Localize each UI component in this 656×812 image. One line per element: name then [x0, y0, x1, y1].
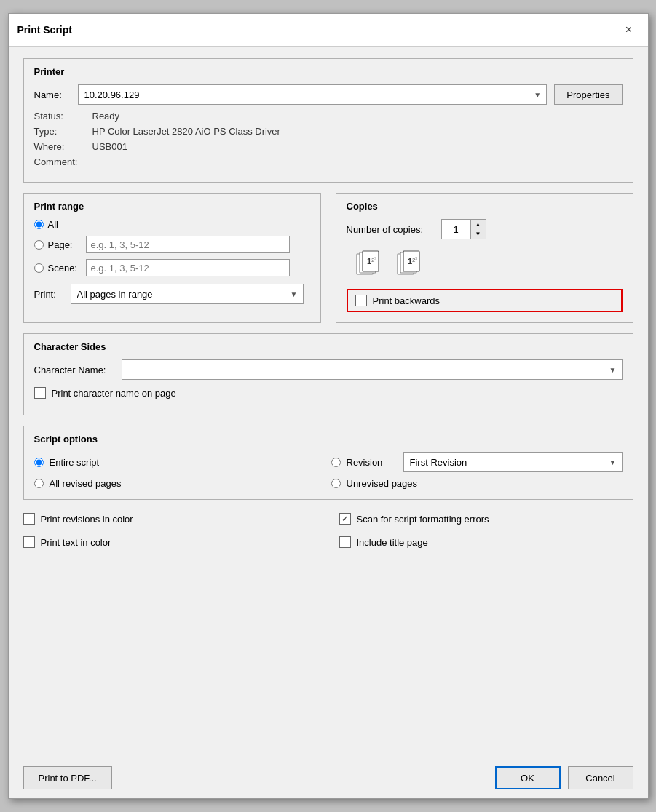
printer-name-dropdown-container: 10.20.96.129 ▼ [78, 84, 548, 105]
footer-left: Print to PDF... [23, 766, 112, 789]
print-text-color-checkbox[interactable] [23, 536, 35, 548]
dialog-body: Printer Name: 10.20.96.129 ▼ Properties … [9, 47, 648, 757]
print-to-pdf-button[interactable]: Print to PDF... [23, 766, 112, 789]
copies-input[interactable] [442, 220, 471, 239]
printer-type-row: Type: HP Color LaserJet 2820 AiO PS Clas… [34, 126, 623, 137]
print-backwards-box[interactable]: Print backwards [347, 289, 623, 312]
character-sides-section: Character Sides Character Name: ▼ Print … [23, 333, 633, 415]
cancel-button[interactable]: Cancel [568, 766, 633, 789]
copies-section-title: Copies [347, 201, 623, 212]
all-revised-radio[interactable] [34, 479, 44, 488]
printer-where-row: Where: USB001 [34, 141, 623, 152]
char-name-label: Character Name: [34, 365, 122, 375]
print-revisions-color-label: Print revisions in color [41, 514, 133, 525]
properties-button[interactable]: Properties [554, 84, 622, 105]
status-value: Ready [92, 111, 120, 122]
comment-label: Comment: [34, 156, 92, 167]
script-options-section: Script options Entire script Revision Fi… [23, 426, 633, 500]
where-label: Where: [34, 141, 92, 152]
revision-row: Revision First Revision Second Revision … [331, 452, 623, 472]
print-char-name-checkbox[interactable] [34, 387, 46, 399]
scene-radio-label[interactable]: Scene: [48, 263, 86, 274]
printer-name-label: Name: [34, 89, 78, 100]
char-name-dropdown-container: ▼ [122, 359, 623, 380]
print-range-section: Print range All Page: Scene: Print: [23, 193, 321, 323]
dialog-footer: Print to PDF... OK Cancel [9, 757, 648, 798]
print-dropdown-row: Print: All pages in range Odd pages Even… [34, 284, 310, 304]
print-range-copies-row: Print range All Page: Scene: Print: [23, 193, 633, 323]
spinner-down[interactable]: ▼ [471, 229, 486, 239]
printer-status-row: Status: Ready [34, 111, 623, 122]
scene-input[interactable] [86, 259, 290, 276]
include-title-label: Include title page [357, 537, 428, 548]
print-revisions-color-checkbox[interactable] [23, 513, 35, 525]
print-char-name-label: Print character name on page [52, 388, 176, 399]
printer-section: Printer Name: 10.20.96.129 ▼ Properties … [23, 58, 633, 183]
where-value: USB001 [92, 141, 127, 152]
printer-comment-row: Comment: [34, 156, 623, 167]
print-select[interactable]: All pages in range Odd pages Even pages [71, 284, 304, 304]
all-radio-row[interactable]: All [34, 219, 310, 230]
print-char-name-row[interactable]: Print character name on page [34, 387, 623, 399]
num-copies-label: Number of copies: [347, 224, 441, 235]
revision-select[interactable]: First Revision Second Revision Third Rev… [403, 452, 623, 472]
char-name-select[interactable] [122, 359, 623, 380]
print-text-color-label: Print text in color [41, 537, 111, 548]
scene-radio-row[interactable]: Scene: [34, 259, 310, 276]
printer-section-title: Printer [34, 66, 623, 77]
all-radio-label[interactable]: All [48, 219, 58, 230]
unrevised-label[interactable]: Unrevised pages [347, 478, 418, 489]
unrevised-row[interactable]: Unrevised pages [331, 478, 623, 489]
all-revised-label[interactable]: All revised pages [50, 478, 122, 489]
page-radio-row[interactable]: Page: [34, 236, 310, 253]
unrevised-radio[interactable] [331, 479, 341, 488]
type-label: Type: [34, 126, 92, 137]
collated-icon: 1 2 3 [354, 250, 387, 279]
dialog-title: Print Script [17, 24, 72, 36]
character-sides-title: Character Sides [34, 341, 623, 352]
include-title-row[interactable]: Include title page [339, 536, 633, 548]
include-title-checkbox[interactable] [339, 536, 351, 548]
copies-section: Copies Number of copies: ▲ ▼ [336, 193, 633, 323]
title-bar: Print Script × [9, 14, 648, 47]
print-dropdown-container: All pages in range Odd pages Even pages … [71, 284, 304, 304]
bottom-checkboxes: Print revisions in color Scan for script… [23, 510, 633, 557]
all-revised-row[interactable]: All revised pages [34, 478, 325, 489]
scene-radio[interactable] [34, 263, 44, 273]
print-backwards-label: Print backwards [373, 295, 440, 306]
char-name-row: Character Name: ▼ [34, 359, 623, 380]
spinner-up[interactable]: ▲ [471, 220, 486, 229]
copies-spinner: ▲ ▼ [441, 219, 486, 239]
revision-label[interactable]: Revision [347, 457, 398, 468]
copies-icons: 1 2 3 1 2 3 [347, 250, 623, 279]
type-value: HP Color LaserJet 2820 AiO PS Class Driv… [92, 126, 280, 137]
entire-script-radio[interactable] [34, 458, 44, 467]
all-radio[interactable] [34, 220, 44, 229]
print-script-dialog: Print Script × Printer Name: 10.20.96.12… [8, 13, 649, 799]
print-revisions-color-row[interactable]: Print revisions in color [23, 513, 317, 525]
print-backwards-checkbox[interactable] [355, 295, 367, 306]
page-radio-label[interactable]: Page: [48, 239, 86, 250]
page-radio[interactable] [34, 240, 44, 250]
footer-right: OK Cancel [495, 766, 633, 789]
copies-number-row: Number of copies: ▲ ▼ [347, 219, 623, 239]
print-range-title: Print range [34, 201, 310, 212]
scan-formatting-label: Scan for script formatting errors [357, 514, 489, 525]
printer-name-select[interactable]: 10.20.96.129 [78, 84, 548, 105]
printer-name-row: Name: 10.20.96.129 ▼ Properties [34, 84, 623, 105]
print-label: Print: [34, 289, 71, 300]
page-input[interactable] [86, 236, 290, 253]
spinner-buttons: ▲ ▼ [471, 220, 486, 239]
entire-script-row[interactable]: Entire script [34, 452, 325, 472]
uncollated-icon: 1 2 3 [395, 250, 428, 279]
scan-formatting-checkbox[interactable] [339, 513, 351, 525]
print-text-color-row[interactable]: Print text in color [23, 536, 317, 548]
close-button[interactable]: × [619, 20, 639, 40]
scan-formatting-row[interactable]: Scan for script formatting errors [339, 513, 633, 525]
script-options-title: Script options [34, 434, 623, 445]
status-label: Status: [34, 111, 92, 122]
ok-button[interactable]: OK [495, 766, 561, 789]
entire-script-label[interactable]: Entire script [50, 457, 100, 468]
revision-dropdown-container: First Revision Second Revision Third Rev… [403, 452, 623, 472]
revision-radio[interactable] [331, 458, 341, 467]
